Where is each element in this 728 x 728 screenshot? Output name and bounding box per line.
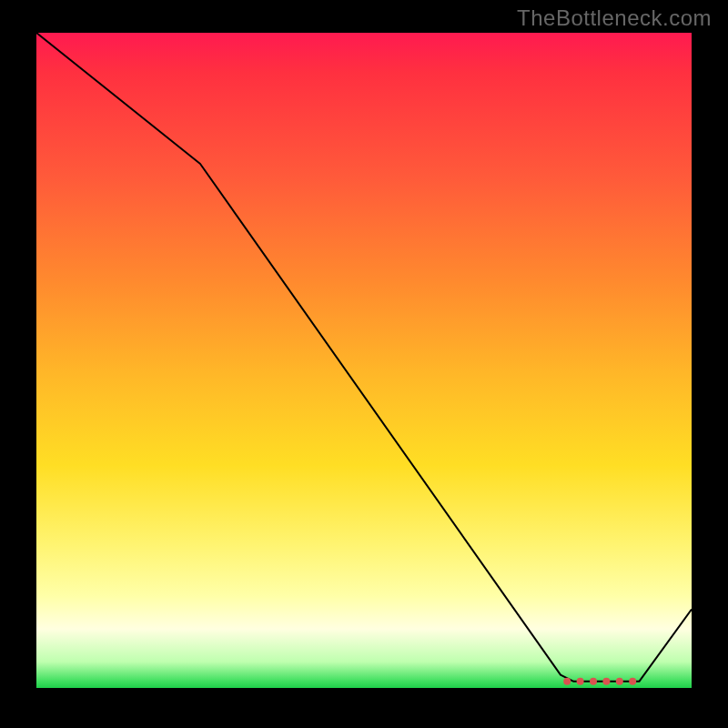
- watermark-text: TheBottleneck.com: [517, 5, 712, 31]
- chart-frame: TheBottleneck.com: [0, 0, 728, 728]
- plot-gradient-background: [36, 33, 692, 688]
- plot-area: [36, 33, 692, 688]
